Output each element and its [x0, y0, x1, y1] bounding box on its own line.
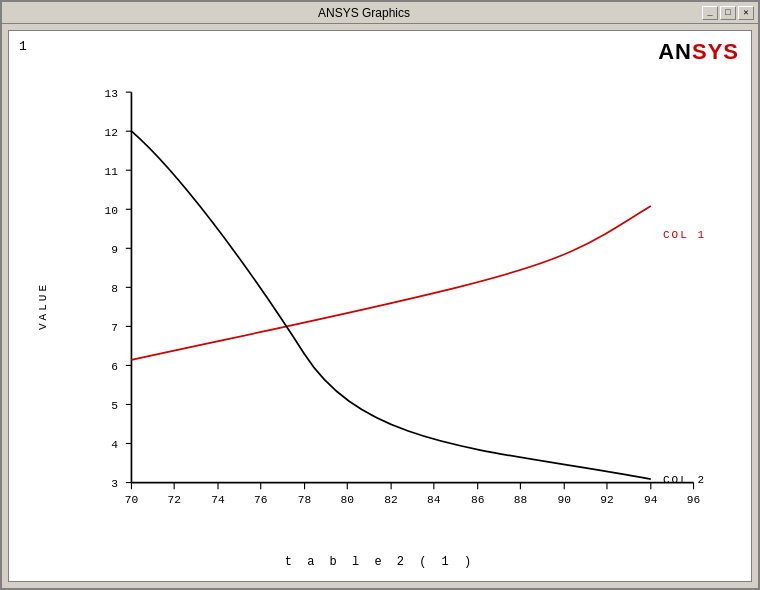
svg-text:72: 72: [167, 494, 180, 506]
window-controls[interactable]: _ □ ✕: [702, 6, 754, 20]
main-window: ANSYS Graphics _ □ ✕ 1 ANSYS VALUE t a b…: [0, 0, 760, 590]
svg-text:96: 96: [687, 494, 700, 506]
svg-text:8: 8: [111, 283, 118, 295]
svg-text:94: 94: [644, 494, 658, 506]
y-axis-label: VALUE: [37, 282, 49, 330]
svg-text:4: 4: [111, 439, 118, 451]
svg-text:80: 80: [341, 494, 355, 506]
ansys-an: AN: [658, 39, 692, 64]
svg-text:76: 76: [254, 494, 267, 506]
svg-text:5: 5: [111, 400, 118, 412]
svg-text:92: 92: [600, 494, 613, 506]
svg-text:10: 10: [104, 205, 118, 217]
svg-text:86: 86: [471, 494, 484, 506]
chart-area: 1 ANSYS VALUE t a b l e 2 ( 1 ) COL 1 CO…: [8, 30, 752, 582]
ansys-logo: ANSYS: [658, 39, 739, 65]
svg-text:11: 11: [104, 166, 118, 178]
svg-text:84: 84: [427, 494, 441, 506]
x-axis-label: t a b l e 2 ( 1 ): [285, 555, 475, 569]
svg-text:3: 3: [111, 478, 118, 490]
window-title: ANSYS Graphics: [26, 6, 702, 20]
ansys-sys: SYS: [692, 39, 739, 64]
svg-text:82: 82: [384, 494, 397, 506]
svg-text:6: 6: [111, 361, 118, 373]
close-button[interactable]: ✕: [738, 6, 754, 20]
maximize-button[interactable]: □: [720, 6, 736, 20]
svg-text:88: 88: [514, 494, 527, 506]
chart-svg: 3 4 5 6 7 8 9 10 11 12 13 70: [64, 81, 716, 516]
svg-text:74: 74: [211, 494, 225, 506]
chart-number: 1: [19, 39, 27, 54]
svg-text:7: 7: [111, 322, 118, 334]
minimize-button[interactable]: _: [702, 6, 718, 20]
svg-text:12: 12: [104, 127, 117, 139]
title-bar: ANSYS Graphics _ □ ✕: [2, 2, 758, 24]
svg-text:90: 90: [557, 494, 571, 506]
svg-text:78: 78: [298, 494, 311, 506]
svg-text:70: 70: [125, 494, 139, 506]
svg-text:9: 9: [111, 244, 118, 256]
svg-text:13: 13: [104, 88, 117, 100]
